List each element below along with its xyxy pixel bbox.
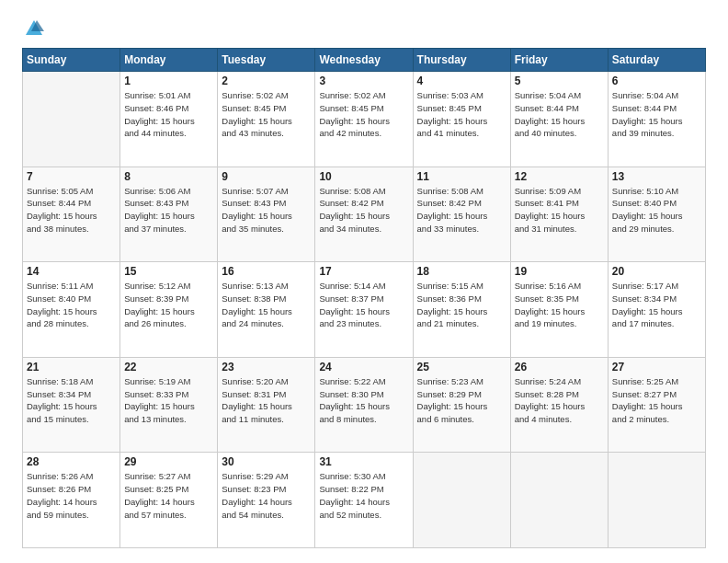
calendar-week-2: 7Sunrise: 5:05 AMSunset: 8:44 PMDaylight… — [23, 167, 706, 262]
day-number: 13 — [612, 170, 701, 183]
calendar-cell: 11Sunrise: 5:08 AMSunset: 8:42 PMDayligh… — [413, 167, 510, 262]
calendar-cell: 7Sunrise: 5:05 AMSunset: 8:44 PMDaylight… — [23, 167, 120, 262]
cell-info: Sunrise: 5:25 AMSunset: 8:27 PMDaylight:… — [612, 375, 701, 426]
day-number: 15 — [124, 265, 213, 278]
cell-info: Sunrise: 5:18 AMSunset: 8:34 PMDaylight:… — [27, 375, 116, 426]
day-number: 3 — [319, 75, 408, 87]
day-number: 18 — [417, 265, 506, 278]
calendar-cell: 25Sunrise: 5:23 AMSunset: 8:29 PMDayligh… — [413, 357, 510, 453]
calendar-cell: 13Sunrise: 5:10 AMSunset: 8:40 PMDayligh… — [608, 167, 705, 262]
day-number: 28 — [27, 455, 116, 468]
cell-info: Sunrise: 5:03 AMSunset: 8:45 PMDaylight:… — [417, 89, 506, 140]
cell-info: Sunrise: 5:12 AMSunset: 8:39 PMDaylight:… — [124, 280, 213, 330]
cell-info: Sunrise: 5:14 AMSunset: 8:37 PMDaylight:… — [319, 280, 408, 330]
calendar-cell: 12Sunrise: 5:09 AMSunset: 8:41 PMDayligh… — [510, 167, 608, 262]
day-number: 9 — [222, 170, 311, 183]
day-header-saturday: Saturday — [608, 49, 705, 72]
day-number: 16 — [222, 265, 311, 278]
calendar-cell — [23, 72, 120, 167]
day-number: 11 — [417, 170, 506, 183]
day-header-tuesday: Tuesday — [218, 49, 315, 72]
calendar-week-5: 28Sunrise: 5:26 AMSunset: 8:26 PMDayligh… — [23, 453, 706, 548]
calendar-cell: 28Sunrise: 5:26 AMSunset: 8:26 PMDayligh… — [23, 453, 120, 548]
cell-info: Sunrise: 5:04 AMSunset: 8:44 PMDaylight:… — [612, 89, 701, 140]
cell-info: Sunrise: 5:04 AMSunset: 8:44 PMDaylight:… — [515, 89, 604, 140]
day-header-thursday: Thursday — [413, 49, 510, 72]
logo — [22, 18, 44, 39]
cell-info: Sunrise: 5:15 AMSunset: 8:36 PMDaylight:… — [417, 280, 506, 330]
day-number: 2 — [222, 75, 311, 87]
calendar-cell: 29Sunrise: 5:27 AMSunset: 8:25 PMDayligh… — [120, 453, 218, 548]
day-number: 25 — [417, 361, 506, 373]
cell-info: Sunrise: 5:26 AMSunset: 8:26 PMDaylight:… — [27, 470, 116, 521]
cell-info: Sunrise: 5:09 AMSunset: 8:41 PMDaylight:… — [515, 185, 604, 236]
day-header-wednesday: Wednesday — [315, 49, 413, 72]
day-number: 26 — [515, 361, 604, 373]
day-number: 19 — [515, 265, 604, 278]
calendar-cell: 16Sunrise: 5:13 AMSunset: 8:38 PMDayligh… — [218, 262, 315, 358]
day-number: 6 — [612, 75, 701, 87]
cell-info: Sunrise: 5:05 AMSunset: 8:44 PMDaylight:… — [27, 185, 116, 236]
day-number: 8 — [124, 170, 213, 183]
day-number: 12 — [515, 170, 604, 183]
day-number: 4 — [417, 75, 506, 87]
cell-info: Sunrise: 5:08 AMSunset: 8:42 PMDaylight:… — [319, 185, 408, 236]
calendar-cell: 6Sunrise: 5:04 AMSunset: 8:44 PMDaylight… — [608, 72, 705, 167]
calendar-cell: 20Sunrise: 5:17 AMSunset: 8:34 PMDayligh… — [608, 262, 705, 358]
header — [22, 18, 706, 39]
cell-info: Sunrise: 5:19 AMSunset: 8:33 PMDaylight:… — [124, 375, 213, 426]
calendar-cell: 9Sunrise: 5:07 AMSunset: 8:43 PMDaylight… — [218, 167, 315, 262]
cell-info: Sunrise: 5:06 AMSunset: 8:43 PMDaylight:… — [124, 185, 213, 236]
calendar-cell: 23Sunrise: 5:20 AMSunset: 8:31 PMDayligh… — [218, 357, 315, 453]
cell-info: Sunrise: 5:24 AMSunset: 8:28 PMDaylight:… — [515, 375, 604, 426]
cell-info: Sunrise: 5:08 AMSunset: 8:42 PMDaylight:… — [417, 185, 506, 236]
cell-info: Sunrise: 5:07 AMSunset: 8:43 PMDaylight:… — [222, 185, 311, 236]
cell-info: Sunrise: 5:16 AMSunset: 8:35 PMDaylight:… — [515, 280, 604, 330]
day-number: 17 — [319, 265, 408, 278]
day-header-sunday: Sunday — [23, 49, 120, 72]
page: SundayMondayTuesdayWednesdayThursdayFrid… — [0, 0, 728, 563]
calendar-week-4: 21Sunrise: 5:18 AMSunset: 8:34 PMDayligh… — [23, 357, 706, 453]
calendar-cell — [608, 453, 705, 548]
day-number: 31 — [319, 455, 408, 468]
day-header-friday: Friday — [510, 49, 608, 72]
cell-info: Sunrise: 5:13 AMSunset: 8:38 PMDaylight:… — [222, 280, 311, 330]
cell-info: Sunrise: 5:17 AMSunset: 8:34 PMDaylight:… — [612, 280, 701, 330]
calendar-cell — [510, 453, 608, 548]
day-number: 24 — [319, 361, 408, 373]
calendar-cell: 10Sunrise: 5:08 AMSunset: 8:42 PMDayligh… — [315, 167, 413, 262]
logo-icon — [24, 18, 44, 39]
cell-info: Sunrise: 5:11 AMSunset: 8:40 PMDaylight:… — [27, 280, 116, 330]
calendar-cell: 3Sunrise: 5:02 AMSunset: 8:45 PMDaylight… — [315, 72, 413, 167]
day-number: 20 — [612, 265, 701, 278]
day-number: 1 — [124, 75, 213, 87]
day-number: 27 — [612, 361, 701, 373]
calendar-week-3: 14Sunrise: 5:11 AMSunset: 8:40 PMDayligh… — [23, 262, 706, 358]
calendar-week-1: 1Sunrise: 5:01 AMSunset: 8:46 PMDaylight… — [23, 72, 706, 167]
calendar-cell: 26Sunrise: 5:24 AMSunset: 8:28 PMDayligh… — [510, 357, 608, 453]
day-number: 22 — [124, 361, 213, 373]
cell-info: Sunrise: 5:20 AMSunset: 8:31 PMDaylight:… — [222, 375, 311, 426]
calendar-cell: 21Sunrise: 5:18 AMSunset: 8:34 PMDayligh… — [23, 357, 120, 453]
calendar-cell: 4Sunrise: 5:03 AMSunset: 8:45 PMDaylight… — [413, 72, 510, 167]
calendar-cell: 24Sunrise: 5:22 AMSunset: 8:30 PMDayligh… — [315, 357, 413, 453]
cell-info: Sunrise: 5:29 AMSunset: 8:23 PMDaylight:… — [222, 470, 311, 521]
calendar-cell: 2Sunrise: 5:02 AMSunset: 8:45 PMDaylight… — [218, 72, 315, 167]
calendar-cell — [413, 453, 510, 548]
calendar-cell: 31Sunrise: 5:30 AMSunset: 8:22 PMDayligh… — [315, 453, 413, 548]
cell-info: Sunrise: 5:23 AMSunset: 8:29 PMDaylight:… — [417, 375, 506, 426]
day-number: 21 — [27, 361, 116, 373]
calendar-cell: 15Sunrise: 5:12 AMSunset: 8:39 PMDayligh… — [120, 262, 218, 358]
day-number: 23 — [222, 361, 311, 373]
calendar-header-row: SundayMondayTuesdayWednesdayThursdayFrid… — [23, 49, 706, 72]
day-header-monday: Monday — [120, 49, 218, 72]
day-number: 14 — [27, 265, 116, 278]
cell-info: Sunrise: 5:22 AMSunset: 8:30 PMDaylight:… — [319, 375, 408, 426]
cell-info: Sunrise: 5:27 AMSunset: 8:25 PMDaylight:… — [124, 470, 213, 521]
calendar-cell: 8Sunrise: 5:06 AMSunset: 8:43 PMDaylight… — [120, 167, 218, 262]
day-number: 29 — [124, 455, 213, 468]
cell-info: Sunrise: 5:02 AMSunset: 8:45 PMDaylight:… — [222, 89, 311, 140]
day-number: 30 — [222, 455, 311, 468]
calendar-cell: 27Sunrise: 5:25 AMSunset: 8:27 PMDayligh… — [608, 357, 705, 453]
calendar-table: SundayMondayTuesdayWednesdayThursdayFrid… — [22, 48, 706, 548]
